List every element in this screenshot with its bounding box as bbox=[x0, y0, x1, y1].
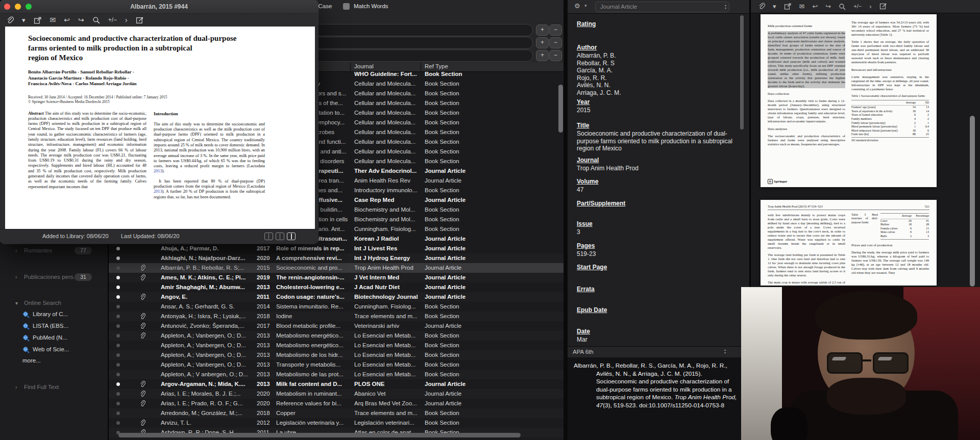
add-search-row-button[interactable]: + bbox=[536, 37, 549, 48]
gear-icon[interactable]: ⚙ bbox=[574, 2, 580, 10]
table-row: Family labour (persons/day)21 bbox=[851, 121, 929, 125]
detail-field[interactable]: Errata bbox=[577, 286, 735, 294]
table-row[interactable]: Ames, M. K.; Atkins, C. E.; Pi... 2019 T… bbox=[108, 273, 564, 282]
chevron-right-icon[interactable]: › bbox=[125, 17, 128, 23]
table-row[interactable]: Appleton, A.; Vanbergen, O.; D... 2013 M… bbox=[108, 341, 564, 350]
text-size-icon[interactable]: +/− bbox=[108, 17, 117, 23]
add-search-row-button[interactable]: + bbox=[536, 24, 549, 36]
table-row[interactable]: Appleton, A.; Vanbergen, O.; D... 2013 M… bbox=[108, 331, 564, 341]
detail-field[interactable]: Title Socioeconomic and productive chara… bbox=[577, 122, 735, 152]
minimize-button[interactable] bbox=[15, 4, 21, 10]
citation-link[interactable]: 2013 bbox=[154, 169, 162, 173]
detail-field[interactable]: Author Albarrán, P. B.Rebollar, R. SGarc… bbox=[577, 44, 735, 96]
match-words-checkbox[interactable] bbox=[343, 3, 350, 10]
table-row[interactable]: Appleton, A.; V anbergen, O.; D... 2013 … bbox=[108, 370, 564, 379]
journal-cell: J Vet Intern Med bbox=[354, 273, 422, 282]
open-external-icon[interactable] bbox=[34, 16, 42, 24]
table-row[interactable]: Appleton, A.; Vanbergen, O.; D... 2013 T… bbox=[108, 360, 564, 370]
sidebar-item-find-full-text[interactable]: › Find Full Text bbox=[0, 382, 108, 393]
detail-field[interactable]: Pages 519-23 bbox=[577, 242, 735, 258]
column-header-journal[interactable]: Journal bbox=[354, 63, 374, 69]
detail-field[interactable]: Year 2015 bbox=[577, 98, 735, 114]
reference-type-dropdown[interactable]: Journal Article ▴▾ bbox=[595, 2, 729, 12]
layout-single-pane-button[interactable] bbox=[264, 232, 273, 240]
table-row: Years of formal education62 bbox=[851, 113, 929, 117]
remove-search-row-button[interactable]: − bbox=[549, 37, 562, 48]
unread-dot-icon bbox=[116, 286, 120, 289]
title-cell: ty bbox=[315, 79, 352, 89]
undo-icon[interactable]: ↩ bbox=[64, 17, 70, 23]
table-row[interactable]: Akhlaghi, N.; Najafpour-Darz... 2020 A c… bbox=[108, 253, 564, 263]
annotate-icon[interactable] bbox=[879, 3, 887, 10]
sidebar-online-source[interactable]: Library of C... bbox=[0, 309, 108, 320]
detail-field[interactable]: Epub Date bbox=[577, 306, 735, 315]
zoom-button[interactable] bbox=[26, 4, 32, 10]
search-icon[interactable] bbox=[839, 3, 846, 10]
detail-field[interactable]: Part/Supplement bbox=[577, 200, 735, 208]
sidebar-group-item[interactable]: › Publicaciones pers... 31 bbox=[0, 272, 108, 282]
table-row[interactable]: Appleton, A.; Vanbergen, O.; D... 2013 M… bbox=[108, 350, 564, 360]
text-size-icon[interactable]: +/− bbox=[853, 3, 862, 10]
reftype-cell: Book Section bbox=[425, 89, 506, 98]
chevron-down-icon[interactable]: ▾ bbox=[773, 3, 776, 10]
details-scrollbar[interactable] bbox=[740, 15, 744, 130]
redo-icon[interactable]: ↪ bbox=[825, 3, 831, 10]
chevron-down-icon[interactable]: ▾ bbox=[22, 17, 26, 23]
pdf-heading: Resources and infrastructure bbox=[851, 68, 929, 72]
email-icon[interactable]: ✉ bbox=[799, 3, 805, 10]
detail-field[interactable]: Journal Trop Anim Health Prod bbox=[577, 157, 735, 172]
table-row[interactable]: Arias, I. E.; Morales, B. J. E.;... 2020… bbox=[108, 389, 564, 399]
layout-right-pane-button[interactable] bbox=[287, 232, 296, 240]
close-button[interactable] bbox=[4, 4, 10, 10]
detail-field[interactable]: Rating bbox=[577, 20, 735, 29]
reftype-cell: Journal Article bbox=[425, 273, 506, 282]
table-row[interactable]: Arredondo, M.; González, M.;... 2018 Cop… bbox=[108, 408, 564, 418]
table-row[interactable]: Angov, E. 2011 Codon usage: nature's... … bbox=[108, 292, 564, 302]
table-row[interactable]: Antunović, Zvonko; Šperanda,... 2017 Blo… bbox=[108, 321, 564, 331]
remove-search-row-button[interactable]: − bbox=[549, 50, 562, 61]
remove-search-row-button[interactable]: − bbox=[549, 24, 562, 36]
column-divider[interactable] bbox=[421, 63, 421, 71]
annotate-icon[interactable] bbox=[136, 16, 144, 24]
detail-field[interactable]: Issue 3 bbox=[577, 220, 735, 236]
detail-field[interactable]: Volume 47 bbox=[577, 178, 735, 194]
table-row[interactable]: Arvizu, T. L. 2012 Legislación veterinar… bbox=[108, 418, 564, 428]
sidebar-online-source[interactable]: PubMed (N... bbox=[0, 332, 108, 343]
table-row[interactable]: Argov-Argaman, N.; Mida, K.... 2013 Milk… bbox=[108, 379, 564, 389]
citation-style-dropdown[interactable]: APA 6th ▴▾ bbox=[568, 347, 655, 357]
pdf-scrollbar[interactable] bbox=[970, 116, 975, 287]
paperclip-icon[interactable] bbox=[758, 3, 765, 10]
sidebar-online-source[interactable]: LISTA (EBS... bbox=[0, 321, 108, 331]
detail-field[interactable]: Start Page bbox=[577, 264, 735, 272]
title-cell: itario. Ant... bbox=[315, 224, 352, 234]
detail-field[interactable]: Date Mar bbox=[577, 328, 735, 344]
undo-icon[interactable]: ↩ bbox=[812, 3, 818, 10]
reftype-cell: Book Section bbox=[425, 331, 506, 341]
list-horizontal-scrollbar[interactable] bbox=[118, 433, 521, 437]
search-icon[interactable] bbox=[92, 16, 100, 24]
layout-split-pane-button[interactable] bbox=[276, 232, 284, 240]
sidebar-online-source[interactable]: Web of Scie... bbox=[0, 344, 108, 355]
citation-link[interactable]: 2013 bbox=[154, 189, 162, 194]
redo-icon[interactable]: ↪ bbox=[78, 17, 84, 23]
sidebar-online-search-header[interactable]: ▾ Online Search bbox=[0, 298, 108, 308]
attachment-icon bbox=[140, 420, 145, 427]
column-header-reftype[interactable]: Ref Type bbox=[425, 63, 448, 69]
table-row[interactable]: Ahuja, A.; Parmar, D. 2017 Role of miner… bbox=[108, 244, 564, 253]
chevron-right-icon[interactable]: › bbox=[869, 3, 871, 10]
chevron-down-icon[interactable]: ▾ bbox=[584, 3, 587, 8]
table-row[interactable]: Arias, I. E.; Prado, R. O. F.; G... 2020… bbox=[108, 399, 564, 408]
table-row[interactable]: Ansar, A. S.; Gerhardt, G. S. 2014 Siste… bbox=[108, 302, 564, 312]
sidebar-item-more[interactable]: more... bbox=[0, 355, 108, 366]
table-row[interactable]: Albarrán, P. B.; Rebollar, R. S;... 2015… bbox=[108, 263, 564, 273]
table-row[interactable]: Amir Shaghaghi, M.; Abumw... 2013 Choles… bbox=[108, 282, 564, 292]
table-row[interactable]: Antonyak, H.; Iskra, R.; Lysiuk,... 2018… bbox=[108, 312, 564, 321]
paperclip-icon[interactable] bbox=[6, 16, 14, 24]
preview-titlebar[interactable]: Albarrán, 2015 #944 bbox=[0, 0, 318, 13]
list-vertical-scrollbar[interactable] bbox=[558, 85, 563, 133]
email-icon[interactable]: ✉ bbox=[50, 17, 56, 23]
add-search-row-button[interactable]: + bbox=[536, 50, 549, 61]
column-divider[interactable] bbox=[350, 63, 351, 71]
sidebar-group-item[interactable]: › Rumiantes 77 bbox=[0, 245, 108, 256]
open-external-icon[interactable] bbox=[784, 3, 792, 10]
